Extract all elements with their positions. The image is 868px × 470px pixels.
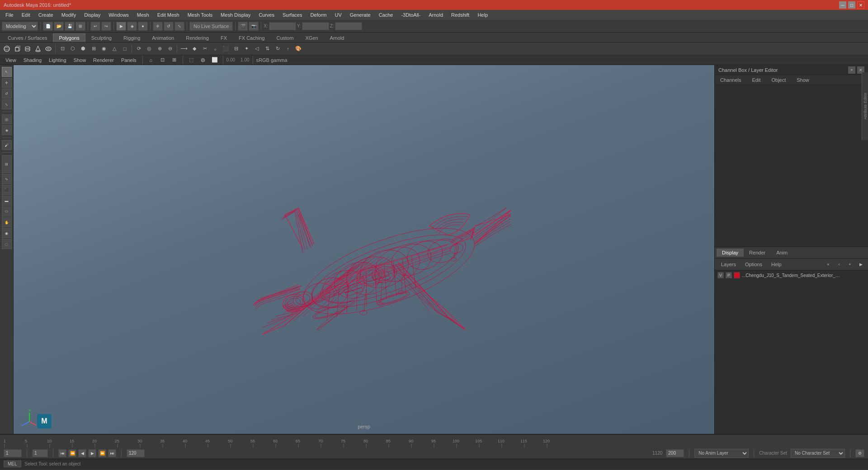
x-input[interactable] — [269, 22, 296, 30]
anim-goto-start-btn[interactable]: ⏮ — [58, 449, 66, 457]
dr-tab-anim[interactable]: Anim — [771, 249, 793, 257]
save-as-btn[interactable]: ⊞ — [75, 22, 85, 31]
ch-tab-edit[interactable]: Edit — [748, 76, 764, 84]
shrink-btn[interactable]: ⊖ — [165, 44, 175, 54]
quad-draw-btn[interactable]: ⊟ — [2, 155, 12, 173]
menu-mesh-tools[interactable]: Mesh Tools — [184, 11, 216, 19]
smooth-btn[interactable]: ◉ — [99, 44, 109, 54]
redo-btn[interactable]: ↪ — [101, 22, 111, 31]
mode-select[interactable]: Modeling — [2, 22, 38, 31]
wedge-btn[interactable]: ◁ — [252, 44, 262, 54]
menu-help[interactable]: Help — [474, 11, 491, 19]
smooth-tool-btn[interactable]: ◌ — [2, 239, 12, 249]
tab-arnold[interactable]: Arnold — [324, 33, 350, 42]
save-scene-btn[interactable]: 💾 — [65, 22, 75, 31]
spin-btn[interactable]: ↻ — [273, 44, 283, 54]
minimize-button[interactable]: ─ — [839, 1, 846, 9]
pinch-btn[interactable]: ◉ — [2, 228, 12, 238]
anim-settings-btn[interactable]: ⚙ — [855, 449, 864, 457]
tab-rendering[interactable]: Rendering — [180, 33, 215, 42]
channel-box-expand-btn[interactable]: + — [848, 66, 855, 74]
y-input[interactable] — [302, 22, 329, 30]
tab-fx[interactable]: FX — [215, 33, 233, 42]
cube-icon-btn[interactable] — [12, 44, 22, 54]
character-set-select[interactable]: No Character Set — [791, 449, 845, 458]
ch-tab-show[interactable]: Show — [793, 76, 813, 84]
curve-draw-btn[interactable]: ∿ — [2, 174, 12, 184]
layer-ctrl-1[interactable]: « — [825, 261, 832, 268]
extrude-btn[interactable]: ⊡ — [57, 44, 67, 54]
boolean-btn[interactable]: ⊞ — [89, 44, 99, 54]
anim-step-back-btn[interactable]: ⏪ — [68, 449, 76, 457]
paint-btn[interactable]: ● — [138, 22, 148, 31]
frame-range-end[interactable] — [127, 449, 145, 457]
camera-home-btn[interactable]: ⌂ — [146, 55, 156, 65]
cut-btn[interactable]: ⬦ — [210, 44, 220, 54]
ring-btn[interactable]: ◎ — [144, 44, 154, 54]
camera-frame-btn[interactable]: ⊞ — [170, 55, 179, 65]
select-tool-btn[interactable]: ↖ — [2, 67, 12, 77]
layers-tab-layers[interactable]: Layers — [718, 261, 739, 268]
scale-tool-btn[interactable]: ⤡ — [2, 99, 12, 109]
undo-btn[interactable]: ↩ — [90, 22, 100, 31]
anim-goto-end-btn[interactable]: ⏭ — [108, 449, 116, 457]
paint-effects-btn[interactable]: 🖌 — [2, 140, 12, 150]
tab-custom[interactable]: Custom — [271, 33, 300, 42]
attr-editor-side-tab[interactable]: Attribute Editor — [862, 72, 868, 140]
layer-ctrl-2[interactable]: ‹ — [835, 261, 843, 268]
cone-icon-btn[interactable] — [33, 44, 43, 54]
menu-generate[interactable]: Generate — [346, 11, 374, 19]
move-tool-btn[interactable]: ✛ — [2, 78, 12, 88]
mel-label[interactable]: MEL — [4, 461, 21, 467]
menu-cache[interactable]: Cache — [375, 11, 397, 19]
texture-btn[interactable]: ⬜ — [210, 55, 220, 65]
current-frame-input[interactable] — [4, 449, 22, 457]
menu-edit[interactable]: Edit — [18, 11, 34, 19]
layer-v-flag[interactable]: V — [717, 272, 724, 278]
menu-3dtoall[interactable]: -3DtoAll- — [397, 11, 424, 19]
tab-curves-surfaces[interactable]: Curves / Surfaces — [2, 33, 53, 42]
layer-ctrl-4[interactable]: ▶ — [857, 261, 864, 268]
anim-layer-select[interactable]: No Anim Layer — [694, 449, 749, 458]
normals-btn[interactable]: ↑ — [283, 44, 293, 54]
sphere-icon-btn[interactable] — [2, 44, 12, 54]
layer-ctrl-3[interactable]: + — [846, 261, 854, 268]
tab-rigging[interactable]: Rigging — [118, 33, 146, 42]
menu-deform[interactable]: Deform — [307, 11, 330, 19]
scale-btn[interactable]: ⤡ — [175, 22, 184, 31]
viewport-3d[interactable]: .wire { stroke: #cc0033; stroke-width: 0… — [14, 65, 714, 434]
tab-sculpting[interactable]: Sculpting — [85, 33, 118, 42]
ipr-btn[interactable]: 📷 — [249, 22, 259, 31]
ch-tab-channels[interactable]: Channels — [717, 76, 745, 84]
sculpt-btn[interactable]: ⬛ — [2, 185, 12, 195]
quadrangulate-btn[interactable]: □ — [120, 44, 130, 54]
flip-btn[interactable]: ⇅ — [262, 44, 272, 54]
layers-tab-help[interactable]: Help — [769, 261, 784, 268]
poke-btn[interactable]: ✦ — [241, 44, 251, 54]
menu-edit-mesh[interactable]: Edit Mesh — [154, 11, 183, 19]
layers-tab-options[interactable]: Options — [742, 261, 765, 268]
rotate-tool-btn[interactable]: ↺ — [2, 89, 12, 99]
menu-arnold[interactable]: Arnold — [425, 11, 447, 19]
maximize-button[interactable]: □ — [848, 1, 855, 9]
anim-play-btn[interactable]: ▶ — [88, 449, 96, 457]
smooth-shade-btn[interactable]: ◍ — [198, 55, 208, 65]
menu-create[interactable]: Create — [35, 11, 57, 19]
ch-tab-object[interactable]: Object — [768, 76, 789, 84]
bevel-btn[interactable]: ⬡ — [68, 44, 78, 54]
flatten-btn[interactable]: ▬ — [2, 196, 12, 206]
triangulate-btn[interactable]: △ — [109, 44, 119, 54]
view-menu-renderer[interactable]: Renderer — [90, 56, 117, 64]
grab-btn[interactable]: ✋ — [2, 217, 12, 227]
torus-icon-btn[interactable] — [43, 44, 53, 54]
loop-btn[interactable]: ⟳ — [134, 44, 144, 54]
lasso-btn[interactable]: ◈ — [127, 22, 137, 31]
menu-uv[interactable]: UV — [331, 11, 345, 19]
layer-p-flag[interactable]: P — [726, 272, 732, 278]
append-btn[interactable]: ⊟ — [231, 44, 241, 54]
frame-range-start[interactable] — [32, 449, 48, 457]
bridge-btn[interactable]: ⬢ — [78, 44, 88, 54]
menu-curves[interactable]: Curves — [255, 11, 278, 19]
new-scene-btn[interactable]: 📄 — [43, 22, 53, 31]
merge-btn[interactable]: ⟶ — [179, 44, 189, 54]
